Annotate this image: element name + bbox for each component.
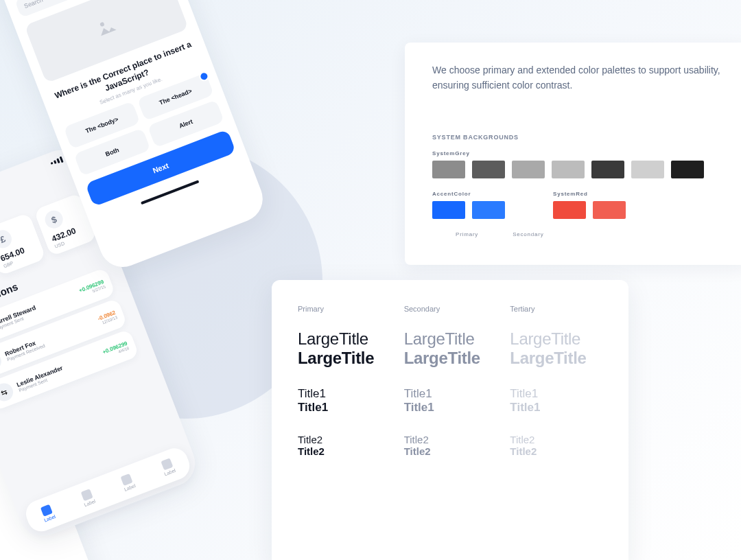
tab-item[interactable]: Label [39, 504, 56, 523]
typo-sample-bold: LargeTitle [404, 349, 497, 368]
swap-icon: ⇆ [0, 350, 4, 373]
tab-bar: Label Label Label Label [22, 445, 193, 536]
typo-sample-bold: Title2 [298, 445, 390, 457]
tab-item[interactable]: Label [119, 473, 136, 492]
typo-cell: Title1Title1 [510, 387, 602, 415]
svg-point-0 [99, 22, 105, 27]
color-swatch[interactable] [552, 161, 585, 178]
color-swatch[interactable] [631, 161, 664, 178]
typo-cell: LargeTitleLargeTitle [404, 329, 497, 368]
tab-item[interactable]: Label [159, 457, 176, 476]
typo-cell: LargeTitleLargeTitle [298, 329, 390, 368]
palette-grey-label: SystemGrey [432, 150, 727, 156]
typo-sample-bold: Title1 [510, 401, 602, 415]
typo-sample-regular: Title1 [298, 387, 390, 401]
typo-cell: Title1Title1 [298, 387, 390, 415]
color-swatch[interactable] [593, 201, 626, 219]
palette-section-title: SYSTEM BACKGROUNDS [432, 134, 727, 141]
typo-sample-bold: Title1 [404, 401, 497, 415]
palette-card: We choose primary and extended color pal… [405, 43, 741, 265]
typo-column-header: Secondary [404, 305, 497, 313]
typo-column-header: Primary [298, 305, 390, 313]
color-swatch[interactable] [671, 161, 704, 178]
typo-sample-bold: Title2 [510, 445, 602, 457]
currency-icon: $ [43, 208, 66, 231]
typo-sample-regular: LargeTitle [510, 329, 602, 349]
typo-sample-regular: Title2 [298, 434, 390, 445]
typo-sample-regular: Title2 [510, 434, 602, 445]
color-swatch[interactable] [432, 201, 465, 219]
typo-sample-bold: LargeTitle [510, 349, 602, 368]
typo-column-header: Tertiary [510, 305, 602, 313]
tx-status: Payment Sent [18, 357, 100, 393]
grey-swatches [432, 161, 727, 178]
palette-footer-item: Secondary [513, 231, 543, 237]
tab-item[interactable]: Label [80, 488, 96, 507]
typo-sample-regular: Title1 [510, 387, 602, 401]
currency-icon: £ [0, 228, 14, 251]
color-swatch[interactable] [512, 161, 545, 178]
typo-sample-regular: Title2 [404, 434, 497, 445]
red-swatches [553, 201, 626, 219]
accent-swatches [432, 201, 505, 219]
typo-sample-regular: Title1 [404, 387, 497, 401]
color-swatch[interactable] [432, 161, 465, 178]
typo-cell: Title2Title2 [510, 434, 602, 457]
color-swatch[interactable] [591, 161, 624, 178]
palette-lead: We choose primary and extended color pal… [432, 63, 727, 93]
typo-sample-regular: LargeTitle [404, 329, 497, 349]
color-swatch[interactable] [553, 201, 586, 219]
palette-footer-item: Primary [456, 231, 478, 237]
typo-sample-bold: Title2 [404, 445, 497, 457]
image-icon [91, 11, 123, 43]
accent-label: AccentColor [432, 191, 505, 197]
typography-card: PrimarySecondaryTertiaryLargeTitleLargeT… [272, 280, 628, 560]
typo-cell: LargeTitleLargeTitle [510, 329, 602, 368]
color-swatch[interactable] [472, 161, 505, 178]
typo-cell: Title2Title2 [404, 434, 497, 457]
typo-sample-bold: Title1 [298, 401, 390, 415]
typo-sample-regular: LargeTitle [298, 329, 390, 349]
typo-cell: Title1Title1 [404, 387, 497, 415]
palette-footer: Primary Secondary [432, 231, 727, 237]
typo-sample-bold: LargeTitle [298, 349, 390, 368]
typo-cell: Title2Title2 [298, 434, 390, 457]
red-label: SystemRed [553, 191, 626, 197]
swap-icon: ⇆ [0, 381, 16, 404]
color-swatch[interactable] [472, 201, 505, 219]
